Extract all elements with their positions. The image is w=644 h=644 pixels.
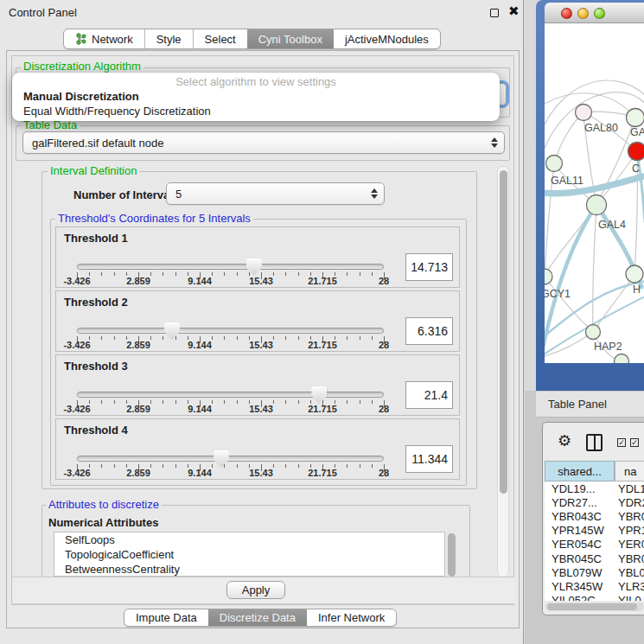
threshold-value-field[interactable]: 6.316 — [405, 317, 453, 345]
network-edge[interactable] — [545, 332, 593, 357]
panel-vertical-scrollbar[interactable] — [497, 166, 509, 577]
node-label: H — [633, 284, 641, 296]
scale-label: 21.715 — [308, 340, 337, 350]
tick-mark — [150, 400, 151, 404]
network-node[interactable] — [627, 109, 644, 127]
network-node[interactable] — [626, 265, 643, 283]
table-row[interactable]: YDL19...YDL1 — [545, 481, 644, 495]
numerical-attributes-label: Numerical Attributes — [48, 516, 158, 529]
network-node[interactable] — [615, 354, 629, 364]
number-of-intervals-combo[interactable]: 5 — [166, 182, 385, 205]
network-node[interactable] — [628, 143, 644, 161]
mac-minimize-button[interactable] — [577, 8, 589, 19]
network-edge[interactable] — [593, 205, 596, 332]
network-node[interactable] — [576, 105, 592, 121]
threshold-slider-thumb[interactable] — [214, 450, 229, 468]
threshold-value-field[interactable]: 21.4 — [405, 381, 453, 409]
float-window-icon[interactable] — [490, 9, 499, 17]
column-header-name[interactable]: na — [615, 461, 644, 481]
table-data-combo[interactable]: galFiltered.sif default node — [22, 131, 505, 154]
scrollbar-thumb[interactable] — [500, 170, 507, 494]
tab-label: Network — [92, 33, 133, 46]
tab-style[interactable]: Style — [144, 29, 193, 48]
tick-mark — [212, 400, 213, 404]
dropdown-item-equal-width[interactable]: Equal Width/Frequency Discretization — [23, 105, 211, 118]
table-horizontal-scrollbar[interactable] — [545, 603, 644, 611]
table-row[interactable]: YLR345WYLR3 — [545, 579, 644, 593]
algorithm-dropdown-popup: Select algorithm to view settings Manual… — [12, 73, 500, 121]
tick-mark — [163, 272, 163, 276]
cell-shared-name: YPR145W — [545, 524, 610, 537]
table-row[interactable]: YER054CYER0 — [545, 538, 644, 552]
scale-label: 21.715 — [308, 468, 337, 478]
tab-label: Style — [156, 33, 182, 46]
tick-mark — [273, 336, 274, 340]
threshold-slider-thumb[interactable] — [164, 322, 180, 340]
screen: Control Panel ✖ NetworkStyleSelectCyni T… — [0, 0, 644, 644]
bottom-tab-discretize-data[interactable]: Discretize Data — [208, 609, 307, 626]
cell-name: YPR1 — [610, 524, 644, 537]
checkbox-icon[interactable]: ✓ — [630, 438, 639, 447]
columns-icon[interactable] — [586, 434, 603, 451]
apply-button[interactable]: Apply — [226, 581, 285, 599]
attribute-list-item[interactable]: SelfLoops — [54, 532, 444, 547]
mac-zoom-button[interactable] — [594, 8, 605, 19]
close-icon[interactable]: ✖ — [508, 3, 520, 19]
table-row[interactable]: YDR27...YDR2 — [545, 495, 644, 509]
tick-mark — [237, 400, 238, 404]
tick-mark — [285, 464, 286, 468]
scrollbar-thumb[interactable] — [547, 603, 637, 610]
scale-label: 15.43 — [249, 468, 273, 478]
table-row[interactable]: YBR045CYBR0 — [545, 552, 644, 565]
table-data-combo-value: galFiltered.sif default node — [32, 137, 489, 150]
numerical-attributes-list[interactable]: SelfLoopsTopologicalCoefficientBetweenne… — [54, 532, 445, 577]
tick-mark — [114, 464, 115, 468]
threshold-slider-track[interactable] — [77, 328, 384, 334]
attribute-list-item[interactable]: TopologicalCoefficient — [54, 547, 444, 562]
tab-select[interactable]: Select — [193, 29, 247, 48]
tab-network[interactable]: Network — [64, 29, 144, 48]
threshold-slider-track[interactable] — [77, 392, 384, 398]
tick-mark — [101, 464, 102, 468]
network-node[interactable] — [546, 156, 563, 172]
tab-jactivemnodules[interactable]: jActiveMNodules — [334, 29, 440, 48]
checkbox-icon[interactable]: ✓ — [617, 438, 626, 447]
network-node[interactable] — [545, 269, 552, 284]
column-header-shared-name[interactable]: shared... — [545, 461, 615, 481]
gear-icon[interactable]: ⚙ — [558, 433, 571, 449]
table-row[interactable]: YBL079WYBL0 — [545, 565, 644, 579]
bottom-tab-infer-network[interactable]: Infer Network — [307, 609, 396, 626]
tab-cyni-toolbox[interactable]: Cyni Toolbox — [247, 29, 334, 48]
tick-mark — [163, 464, 163, 468]
tick-mark — [163, 336, 163, 340]
table-header-row: shared... na — [545, 461, 644, 481]
threshold-value-field[interactable]: 11.344 — [405, 445, 453, 473]
tab-label: Infer Network — [318, 611, 385, 624]
tick-mark — [212, 336, 213, 340]
network-edge[interactable] — [593, 274, 634, 332]
attribute-list-item[interactable]: BetweennessCentrality — [54, 562, 444, 577]
combo-arrows-icon — [369, 188, 379, 199]
threshold-slider-track[interactable] — [77, 456, 384, 462]
scale-label: 28 — [379, 340, 389, 350]
threshold-slider-thumb[interactable] — [311, 386, 327, 404]
threshold-label: Threshold 3 — [64, 360, 128, 373]
table-row[interactable]: YIL052CYIL0 — [545, 594, 644, 602]
threshold-value-field[interactable]: 14.713 — [405, 253, 453, 281]
node-label: HAP2 — [594, 341, 622, 353]
network-icon — [75, 33, 86, 45]
network-edge[interactable] — [554, 112, 583, 163]
dropdown-item-manual-discretization[interactable]: Manual Discretization — [23, 90, 139, 103]
node-label: GAL80 — [584, 122, 618, 134]
threshold-slider-track[interactable] — [77, 264, 384, 270]
network-canvas[interactable]: GAL80GACGAL11GAL4GCY1HHAP2 — [545, 23, 644, 363]
network-graph: GAL80GACGAL11GAL4GCY1HHAP2 — [545, 23, 644, 363]
attributes-list-scrollbar[interactable] — [448, 533, 456, 577]
scale-label: 28 — [379, 468, 389, 478]
table-row[interactable]: YPR145WYPR1 — [545, 524, 644, 538]
bottom-tab-impute-data[interactable]: Impute Data — [124, 609, 208, 626]
network-node[interactable] — [587, 195, 607, 215]
network-node[interactable] — [586, 325, 601, 340]
mac-close-button[interactable] — [561, 8, 572, 19]
table-row[interactable]: YBR043CYBR0 — [545, 509, 644, 523]
